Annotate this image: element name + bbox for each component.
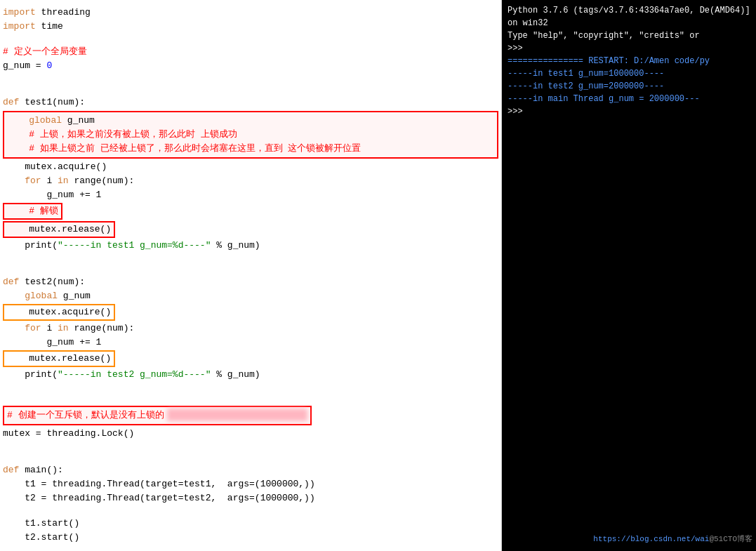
code-line: g_num += 1 <box>3 336 498 350</box>
terminal-panel: Python 3.7.6 (tags/v3.7.6:43364a7ae0, De… <box>502 0 756 551</box>
comment-line: # 如果上锁之前 已经被上锁了，那么此时会堵塞在这里，直到 这个锁被解开位置 <box>7 142 494 156</box>
terminal-separator: =============== RESTART: D:/Amen code/py <box>508 55 750 67</box>
code-line: mutex = threading.Lock() <box>3 427 498 441</box>
code-line: global g_num <box>7 114 494 128</box>
code-line: import threading <box>3 6 498 20</box>
empty-line <box>3 505 498 517</box>
code-line: t1 = threading.Thread(target=test1, args… <box>3 477 498 491</box>
empty-line <box>3 73 498 84</box>
code-line: def main(): <box>3 463 498 477</box>
empty-line <box>3 253 498 264</box>
code-line: def test2(num): <box>3 275 498 289</box>
code-line: def test1(num): <box>3 95 498 109</box>
empty-line <box>3 264 498 275</box>
code-line: global g_num <box>3 289 498 303</box>
empty-line <box>3 545 498 551</box>
code-line: t2.start() <box>3 531 498 545</box>
empty-line <box>3 452 498 463</box>
code-line: t2 = threading.Thread(target=test2, args… <box>3 491 498 505</box>
comment-line: # 上锁，如果之前没有被上锁，那么此时 上锁成功 <box>7 128 494 142</box>
red-box-mutex: # 创建一个互斥锁，默认是没有上锁的 <box>3 406 312 425</box>
code-line: mutex.release() <box>7 352 111 366</box>
terminal-type-line: Type "help", "copyright", "credits" or <box>508 29 750 42</box>
code-line: # 解锁 <box>7 204 58 218</box>
empty-line <box>3 84 498 95</box>
code-line: mutex.acquire() <box>7 305 111 319</box>
code-line: # 定义一个全局变量 <box>3 45 498 59</box>
blurred-content <box>167 409 307 421</box>
orange-box: mutex.acquire() <box>3 304 115 321</box>
empty-line <box>3 393 498 404</box>
terminal-out3: -----in main Thread g_num = 2000000--- <box>508 93 750 105</box>
terminal-out2: -----in test2 g_num=2000000---- <box>508 80 750 93</box>
terminal-prompt1: >>> <box>508 42 750 55</box>
code-line: import time <box>3 20 498 34</box>
empty-line <box>3 34 498 45</box>
code-line: mutex.acquire() <box>3 160 498 174</box>
code-line: print("-----in test2 g_num=%d----" % g_n… <box>3 368 498 382</box>
terminal-prompt2: >>> <box>508 105 750 118</box>
empty-line <box>3 441 498 452</box>
code-line: for i in range(num): <box>3 174 498 188</box>
red-box-block: global g_num # 上锁，如果之前没有被上锁，那么此时 上锁成功 # … <box>3 111 498 159</box>
code-line: mutex.release() <box>7 223 111 237</box>
red-box-small2: mutex.release() <box>3 221 115 238</box>
terminal-out1: -----in test1 g_num=1000000---- <box>508 67 750 80</box>
code-line: print("-----in test1 g_num=%d----" % g_n… <box>3 239 498 253</box>
code-line: g_num = 0 <box>3 59 498 73</box>
orange-box2: mutex.release() <box>3 350 115 367</box>
code-line: g_num += 1 <box>3 188 498 202</box>
terminal-header: Python 3.7.6 (tags/v3.7.6:43364a7ae0, De… <box>508 4 750 29</box>
watermark: https://blog.csdn.net/wai@51CTO博客 <box>593 533 752 544</box>
code-editor: import threading import time # 定义一个全局变量 … <box>0 0 502 551</box>
red-box-small: # 解锁 <box>3 203 62 220</box>
empty-line <box>3 382 498 393</box>
code-line: t1.start() <box>3 517 498 531</box>
code-line: # 创建一个互斥锁，默认是没有上锁的 <box>7 409 307 423</box>
code-line: for i in range(num): <box>3 321 498 336</box>
